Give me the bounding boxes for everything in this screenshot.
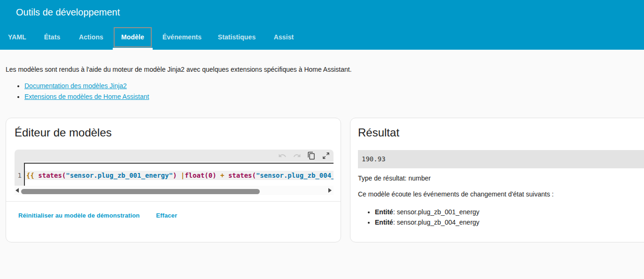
tab-bar: YAML États Actions Modèle Événements Sta… bbox=[0, 24, 644, 50]
doc-links-list: Documentation des modèles Jinja2 Extensi… bbox=[6, 82, 638, 101]
dev-tools-page: Outils de développement YAML États Actio… bbox=[0, 0, 644, 279]
entity-label: Entité bbox=[375, 208, 393, 216]
listened-events-line: Ce modèle écoute les événements de chang… bbox=[358, 190, 644, 198]
code-token: states( bbox=[228, 172, 256, 179]
list-item: Documentation des modèles Jinja2 bbox=[24, 82, 638, 90]
card-divider bbox=[6, 201, 341, 202]
editor-content[interactable]: 1 {{ states("sensor.plug_zb_001_energy")… bbox=[15, 162, 334, 186]
tab-label: Assist bbox=[274, 33, 294, 41]
scrollbar-thumb[interactable] bbox=[21, 189, 260, 194]
tab-yaml[interactable]: YAML bbox=[0, 24, 34, 50]
editor-gutter: 1 bbox=[15, 162, 24, 186]
entity-label: Entité bbox=[375, 219, 393, 226]
code-token: {{ bbox=[26, 172, 38, 179]
copy-icon[interactable] bbox=[307, 151, 316, 160]
list-item: Entité: sensor.plug_zb_001_energy bbox=[375, 208, 644, 216]
result-output: 190.93 bbox=[358, 150, 644, 168]
redo-icon[interactable] bbox=[293, 151, 301, 160]
undo-icon[interactable] bbox=[278, 151, 287, 160]
tab-assist[interactable]: Assist bbox=[263, 24, 305, 50]
entity-list: Entité: sensor.plug_zb_001_energy Entité… bbox=[358, 208, 644, 226]
tab-label: Statistiques bbox=[218, 33, 256, 41]
editor-actions: Réinitialiser au modèle de démonstration… bbox=[15, 211, 334, 220]
template-editor-card: Éditeur de modèles bbox=[6, 118, 341, 242]
link-jinja2-docs[interactable]: Documentation des modèles Jinja2 bbox=[24, 82, 127, 90]
tab-modele[interactable]: Modèle bbox=[112, 24, 153, 50]
tab-statistiques[interactable]: Statistiques bbox=[211, 24, 263, 50]
scroll-left-arrow-icon[interactable] bbox=[16, 188, 19, 193]
code-token: float(0) bbox=[185, 172, 216, 179]
page-title: Outils de développement bbox=[16, 7, 120, 18]
code-token: "sensor.plug_zb_001_energy" bbox=[66, 172, 173, 179]
entity-value: : sensor.plug_zb_001_energy bbox=[393, 208, 480, 216]
result-card: Résultat 190.93 Type de résultat: number… bbox=[350, 118, 644, 242]
tab-evenements[interactable]: Événements bbox=[153, 24, 211, 50]
code-token: states( bbox=[38, 172, 66, 179]
result-card-title: Résultat bbox=[358, 126, 644, 139]
content-area: Les modèles sont rendus à l'aide du mote… bbox=[0, 66, 644, 242]
list-item: Entité: sensor.plug_zb_004_energy bbox=[375, 219, 644, 226]
code-token: ) bbox=[173, 172, 181, 179]
tab-label: Événements bbox=[163, 33, 202, 41]
tab-label: YAML bbox=[8, 33, 26, 41]
code-token: "sensor.plug_zb_004_ bbox=[256, 172, 334, 179]
result-type-line: Type de résultat: number bbox=[358, 174, 644, 182]
code-token: + bbox=[217, 172, 228, 179]
intro-text: Les modèles sont rendus à l'aide du mote… bbox=[6, 66, 638, 74]
tab-active-indicator bbox=[113, 48, 153, 50]
line-number: 1 bbox=[18, 171, 22, 180]
editor-card-title: Éditeur de modèles bbox=[15, 126, 334, 139]
tab-label: États bbox=[44, 33, 61, 41]
code-line: {{ states("sensor.plug_zb_001_energy") |… bbox=[25, 171, 334, 180]
editor-code-area[interactable]: {{ states("sensor.plug_zb_001_energy") |… bbox=[24, 163, 334, 186]
editor-toolbar bbox=[15, 150, 334, 162]
scroll-right-arrow-icon[interactable] bbox=[328, 188, 332, 193]
code-token: | bbox=[181, 172, 185, 179]
horizontal-scrollbar[interactable] bbox=[15, 186, 334, 195]
code-editor[interactable]: 1 {{ states("sensor.plug_zb_001_energy")… bbox=[15, 150, 334, 195]
tab-actions[interactable]: Actions bbox=[70, 24, 112, 50]
entity-value: : sensor.plug_zb_004_energy bbox=[393, 219, 480, 226]
cards-row: Éditeur de modèles bbox=[6, 118, 638, 242]
reset-demo-template-button[interactable]: Réinitialiser au modèle de démonstration bbox=[15, 211, 143, 220]
expand-icon[interactable] bbox=[322, 151, 330, 160]
clear-button[interactable]: Effacer bbox=[152, 211, 181, 220]
tab-label: Actions bbox=[79, 33, 103, 41]
list-item: Extensions de modèles de Home Assistant bbox=[24, 93, 638, 101]
tab-label: Modèle bbox=[121, 33, 144, 41]
tab-etats[interactable]: États bbox=[34, 24, 70, 50]
app-header: Outils de développement YAML États Actio… bbox=[0, 0, 644, 50]
link-ha-template-extensions[interactable]: Extensions de modèles de Home Assistant bbox=[24, 93, 149, 100]
title-bar: Outils de développement bbox=[0, 0, 644, 24]
